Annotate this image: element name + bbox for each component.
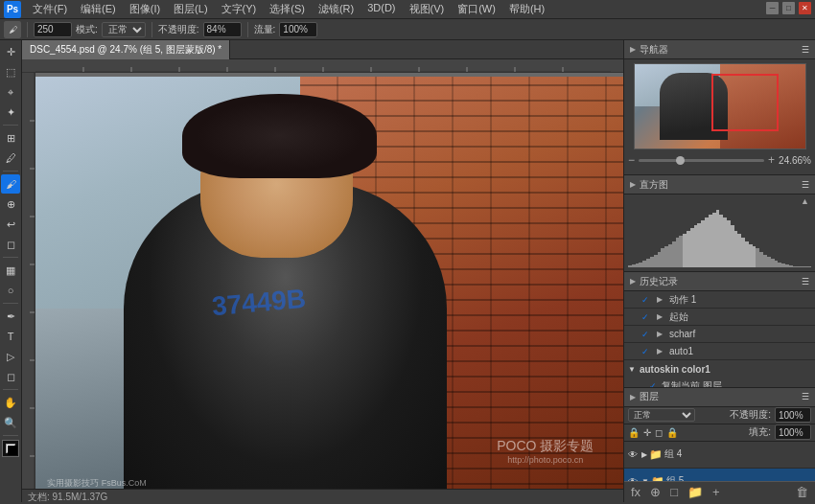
history-item[interactable]: ✓▶auto1 — [624, 343, 815, 360]
history-item-icon: ▶ — [654, 329, 665, 340]
history-item-label: auto1 — [669, 346, 693, 356]
menu-3d[interactable]: 3D(D) — [361, 0, 401, 18]
layers-title: 图层 — [640, 390, 659, 403]
navigator-header[interactable]: ▶ 导航器 ☰ — [624, 40, 815, 59]
path-tool[interactable]: ▷ — [1, 347, 20, 366]
lock-all-icon: 🔒 — [666, 427, 678, 438]
navigator-content: − + 24.66% — [624, 59, 815, 174]
flow-input[interactable] — [279, 22, 317, 37]
toolbox: ✛ ⬚ ⌖ ✦ ⊞ 🖊 🖌 ⊕ ↩ ◻ ▦ ○ ✒ T ▷ ◻ ✋ 🔍 — [0, 40, 22, 502]
foreground-color[interactable] — [2, 440, 19, 457]
opacity-value-input[interactable] — [775, 407, 811, 423]
menu-select[interactable]: 选择(S) — [264, 0, 311, 18]
menu-image[interactable]: 图像(I) — [124, 0, 166, 18]
maximize-button[interactable]: □ — [782, 2, 795, 14]
layers-header[interactable]: ▶ 图层 ☰ — [624, 388, 815, 407]
pen-tool[interactable]: ✒ — [1, 307, 20, 326]
fill-value-input[interactable] — [775, 424, 811, 440]
menu-view[interactable]: 视图(V) — [404, 0, 451, 18]
history-item-label: 起始 — [669, 310, 688, 324]
layer-visibility-icon[interactable]: 👁 — [626, 474, 640, 481]
history-check-icon: ✓ — [640, 294, 651, 306]
history-group-item[interactable]: ✓复制当前 图层 — [624, 378, 815, 387]
history-toggle: ▶ — [630, 277, 636, 286]
histogram-panel: ▶ 直方图 ☰ ▲ — [624, 175, 815, 272]
history-options-icon[interactable]: ☰ — [802, 277, 809, 286]
zoom-slider[interactable] — [639, 159, 764, 162]
new-fill-button[interactable]: □ — [667, 484, 681, 500]
history-item[interactable]: ✓▶起始 — [624, 309, 815, 326]
zoom-in-button[interactable]: + — [768, 153, 775, 167]
layers-options-icon[interactable]: ☰ — [802, 392, 809, 401]
tool-separator-5 — [3, 389, 18, 390]
new-layer-button[interactable]: + — [710, 484, 723, 500]
mode-dropdown[interactable]: 正常 — [102, 22, 146, 37]
history-group[interactable]: ▼autoskin color1 — [624, 360, 815, 378]
delete-layer-button[interactable]: 🗑 — [793, 484, 811, 500]
menu-window[interactable]: 窗口(W) — [452, 0, 501, 18]
layers-blend-row: 正常 不透明度: — [624, 407, 815, 424]
histogram-header[interactable]: ▶ 直方图 ☰ — [624, 175, 815, 195]
tab-bar: DSC_4554.psd @ 24.7% (组 5, 图层蒙版/8) * — [22, 40, 623, 59]
opacity-input[interactable] — [203, 22, 242, 37]
close-button[interactable]: ✕ — [799, 2, 811, 14]
layer-group-item[interactable]: 👁 ▶ 📁 组 4 — [624, 442, 815, 469]
layer-bottom-bar: fx ⊕ □ 📁 + 🗑 — [624, 481, 815, 502]
zoom-tool[interactable]: 🔍 — [1, 413, 20, 432]
brush-size-input[interactable] — [34, 22, 72, 37]
dodge-tool[interactable]: ○ — [1, 281, 20, 300]
tool-separator-2 — [3, 171, 18, 172]
eraser-tool[interactable]: ◻ — [1, 235, 20, 254]
canvas-wrapper[interactable]: 37449B POCO 摄影专题 http://photo.poco.cn 实用… — [35, 73, 623, 502]
history-item[interactable]: ✓▶动作 1 — [624, 291, 815, 309]
navigator-options-icon[interactable]: ☰ — [802, 45, 809, 55]
gradient-tool[interactable]: ▦ — [1, 261, 20, 280]
magic-wand-tool[interactable]: ✦ — [1, 103, 20, 122]
eyedropper-tool[interactable]: 🖊 — [1, 149, 20, 168]
canvas-tab-main[interactable]: DSC_4554.psd @ 24.7% (组 5, 图层蒙版/8) * — [22, 40, 230, 59]
layer-group-arrow-icon: ▶ — [641, 450, 647, 459]
history-item[interactable]: ✓▶scharf — [624, 326, 815, 343]
crop-tool[interactable]: ⊞ — [1, 128, 20, 148]
history-header-left: ▶ 历史记录 — [630, 275, 678, 288]
move-tool[interactable]: ✛ — [1, 42, 20, 61]
lock-icon: 🔒 — [628, 427, 640, 438]
tool-separator-6 — [3, 435, 18, 436]
histogram-options-icon[interactable]: ☰ — [802, 180, 809, 190]
layer-visibility-icon[interactable]: 👁 — [626, 447, 640, 461]
histogram-bar — [807, 266, 811, 267]
menu-layer[interactable]: 图层(L) — [168, 0, 213, 18]
text-tool[interactable]: T — [1, 327, 20, 346]
new-group-button[interactable]: 📁 — [685, 484, 706, 500]
menu-filter[interactable]: 滤镜(R) — [313, 0, 360, 18]
history-check-icon: ✓ — [640, 329, 651, 340]
menu-edit[interactable]: 编辑(E) — [75, 0, 122, 18]
zoom-out-button[interactable]: − — [628, 153, 635, 167]
clone-tool[interactable]: ⊕ — [1, 195, 20, 214]
menu-file[interactable]: 文件(F) — [27, 0, 73, 18]
blend-mode-dropdown[interactable]: 正常 — [628, 408, 695, 422]
history-brush-tool[interactable]: ↩ — [1, 215, 20, 234]
layers-list: 👁 ▶ 📁 组 4 👁 ▼ 📁 组 5 👁 曲线 6 👁 智实蒙片 1 👁 — [624, 442, 815, 482]
menu-help[interactable]: 帮助(H) — [503, 0, 550, 18]
menu-text[interactable]: 文字(Y) — [216, 0, 263, 18]
add-mask-button[interactable]: ⊕ — [647, 484, 664, 500]
histogram-toggle: ▶ — [630, 180, 636, 189]
hand-tool[interactable]: ✋ — [1, 393, 20, 412]
mode-label: 模式: — [76, 23, 98, 36]
main-image: 37449B POCO 摄影专题 http://photo.poco.cn 实用… — [35, 77, 623, 498]
tool-separator-1 — [3, 125, 18, 126]
layer-group-item[interactable]: 👁 ▼ 📁 组 5 — [624, 469, 815, 482]
group-name: autoskin color1 — [640, 364, 710, 375]
add-style-button[interactable]: fx — [628, 484, 643, 500]
brush-tool[interactable]: 🖌 — [1, 174, 20, 194]
select-tool[interactable]: ⬚ — [1, 62, 20, 81]
navigator-view-box[interactable] — [711, 74, 779, 131]
minimize-button[interactable]: ─ — [766, 2, 779, 14]
lasso-tool[interactable]: ⌖ — [1, 82, 20, 102]
layers-toggle: ▶ — [630, 393, 636, 401]
navigator-thumbnail — [634, 63, 806, 149]
not-opacity-label: 不透明度: — [730, 408, 771, 422]
history-header[interactable]: ▶ 历史记录 ☰ — [624, 272, 815, 291]
shape-tool[interactable]: ◻ — [1, 367, 20, 386]
